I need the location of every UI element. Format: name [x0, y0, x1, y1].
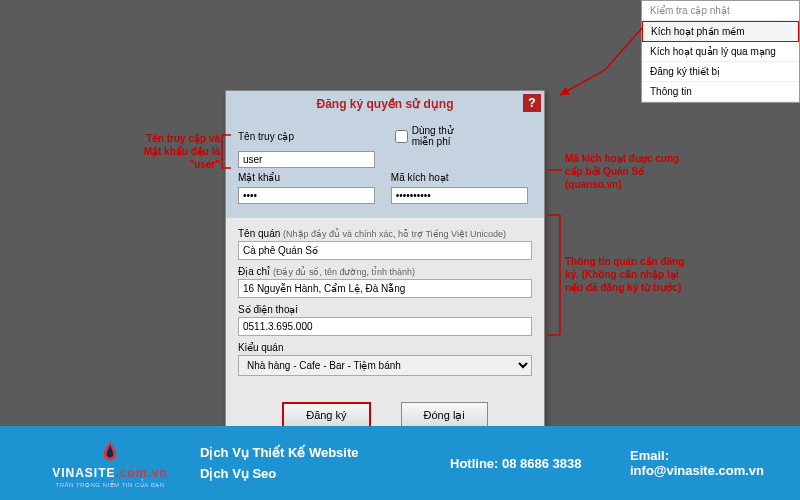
service-web-design: Dịch Vụ Thiết Kế Website — [200, 445, 450, 460]
username-input[interactable] — [238, 151, 375, 168]
phone-label: Số điện thoại — [238, 304, 532, 315]
annotation-credentials: Tên truy cập và Mật khẩu đều là "user" — [140, 132, 220, 171]
activation-input[interactable] — [391, 187, 528, 204]
type-label: Kiểu quán — [238, 342, 532, 353]
menu-item-info[interactable]: Thông tin — [642, 82, 799, 102]
password-label: Mật khẩu — [238, 172, 280, 183]
address-label: Địa chỉ (Đầy đủ số, tên đường, tỉnh thàn… — [238, 266, 532, 277]
activation-label: Mã kích hoạt — [391, 172, 449, 183]
dialog-title: Đăng ký quyền sử dụng ? — [226, 91, 544, 117]
dialog-title-text: Đăng ký quyền sử dụng — [316, 97, 453, 111]
trial-label: Dùng thử miễn phí — [412, 125, 472, 147]
annotation-activation: Mã kích hoạt được cung cấp bởi Quán Số (… — [565, 152, 685, 191]
logo-subtitle: TRÂN TRỌNG NIỀM TIN CỦA BẠN — [56, 481, 165, 488]
logo: VINASITE.com.vn TRÂN TRỌNG NIỀM TIN CỦA … — [0, 438, 200, 488]
dialog-credentials-section: Tên truy cập Dùng thử miễn phí Mật khẩu … — [226, 117, 544, 218]
trial-checkbox[interactable] — [395, 130, 408, 143]
shop-name-label: Tên quán (Nhập đầy đủ và chính xác, hỗ t… — [238, 228, 532, 239]
address-input[interactable] — [238, 279, 532, 298]
phone-input[interactable] — [238, 317, 532, 336]
logo-text: VINASITE.com.vn — [52, 466, 168, 480]
menu-item-check-update[interactable]: Kiểm tra cập nhật — [642, 1, 799, 21]
footer-banner: VINASITE.com.vn TRÂN TRỌNG NIỀM TIN CỦA … — [0, 426, 800, 500]
context-menu: Kiểm tra cập nhật Kích hoạt phần mềm Kíc… — [641, 0, 800, 103]
register-button[interactable]: Đăng ký — [282, 402, 370, 428]
footer-services: Dịch Vụ Thiết Kế Website Dịch Vụ Seo — [200, 439, 450, 487]
annotation-shopinfo: Thông tin quán cần đăng ký. (Không cần n… — [565, 255, 695, 294]
footer-email: Email: info@vinasite.com.vn — [630, 448, 800, 478]
footer-hotline: Hotline: 08 8686 3838 — [450, 456, 630, 471]
dialog-info-section: Tên quán (Nhập đầy đủ và chính xác, hỗ t… — [226, 218, 544, 392]
menu-item-activate-network-mgmt[interactable]: Kích hoạt quản lý qua mạng — [642, 42, 799, 62]
password-input[interactable] — [238, 187, 375, 204]
flame-icon — [97, 438, 123, 464]
help-button[interactable]: ? — [523, 94, 541, 112]
service-seo: Dịch Vụ Seo — [200, 466, 450, 481]
close-button[interactable]: Đóng lại — [401, 402, 488, 428]
menu-item-activate-software[interactable]: Kích hoạt phần mềm — [642, 21, 799, 42]
registration-dialog: Đăng ký quyền sử dụng ? Tên truy cập Dùn… — [225, 90, 545, 443]
shop-name-input[interactable] — [238, 241, 532, 260]
type-select[interactable]: Nhà hàng - Cafe - Bar - Tiệm bánh — [238, 355, 532, 376]
username-label: Tên truy cập — [238, 131, 294, 142]
menu-item-register-device[interactable]: Đăng ký thiết bị — [642, 62, 799, 82]
